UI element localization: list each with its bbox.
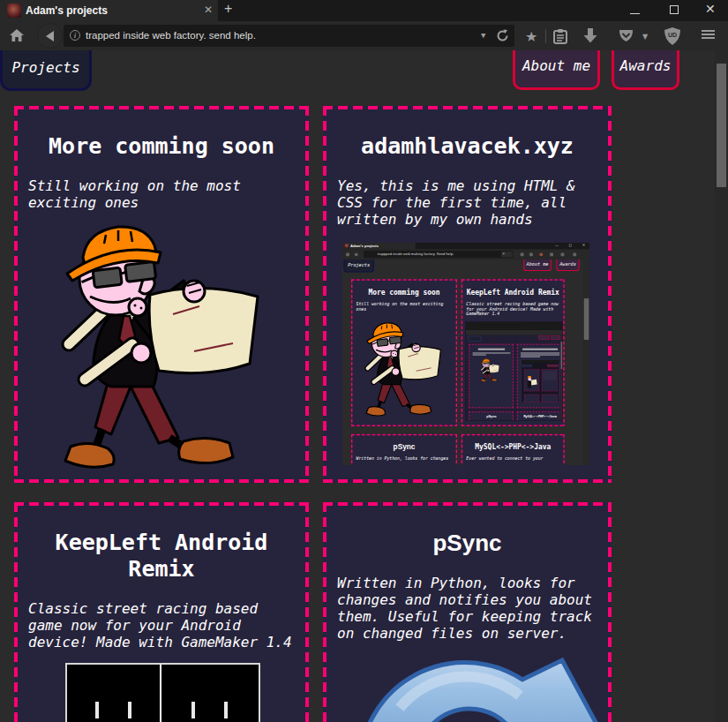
- scrollbar-thumb[interactable]: [717, 64, 726, 187]
- screenshot-nav-about-button: About me: [523, 259, 552, 271]
- game-lane-marking: [95, 702, 99, 718]
- home-icon[interactable]: [9, 27, 25, 43]
- inner-screenshot-card-title: pSync: [483, 415, 501, 417]
- screenshot-card-title: More comming soon: [354, 288, 454, 297]
- game-road-divider-line: [160, 665, 161, 722]
- card-keepleft: KeepLeft Android Remix Classic street ra…: [14, 502, 309, 722]
- screenshot-tab-favicon-icon: [344, 244, 349, 248]
- library-icon[interactable]: [553, 29, 567, 44]
- screenshot-card-body: Still working on the most exciting ones: [356, 301, 453, 312]
- browser-tab[interactable]: Adam's projects ✕: [0, 0, 218, 21]
- card-body: Still working on the most exciting ones: [28, 177, 295, 211]
- screenshot-card-title: KeepLeft Android Remix: [464, 288, 562, 297]
- screenshot-card-psync: pSync Written in Python, looks for chang…: [351, 434, 457, 465]
- toolbar-divider: [545, 29, 546, 43]
- screenshot-tab: Adam's projects: [342, 243, 416, 250]
- url-text: trapped inside web factory. send help.: [86, 30, 256, 41]
- screenshot-scrollbar-thumb: [584, 298, 589, 340]
- card-body: Yes, this is me using HTML & CSS for the…: [337, 177, 597, 228]
- screenshot-nav-awards-button: Awards: [556, 259, 579, 271]
- screenshot-tab-bar: Adam's projects ✕: [342, 243, 589, 250]
- site-info-icon[interactable]: i: [70, 30, 80, 41]
- tab-close-icon[interactable]: ✕: [204, 4, 213, 16]
- back-arrow-icon: [46, 31, 54, 41]
- card-adamhlavacek: adamhlavacek.xyz Yes, this is me using H…: [323, 106, 612, 483]
- pocket-icon[interactable]: [619, 29, 634, 43]
- browser-tab-bar: Adam's projects ✕ + ✕: [0, 0, 728, 21]
- window-maximize-button[interactable]: [670, 5, 679, 14]
- screenshot-toolbar: trappped inside web making factory. Send…: [342, 250, 589, 259]
- nav-about-button[interactable]: About me: [513, 50, 600, 90]
- card-psync: pSync Written in Python, looks for chang…: [323, 502, 612, 722]
- construction-worker-image: [60, 219, 265, 477]
- card-title: More comming soon: [21, 133, 302, 160]
- card-more-coming-soon: More comming soon Still working on the m…: [14, 106, 309, 483]
- screenshot-card-title: pSync: [354, 443, 454, 452]
- pocket-dropdown-icon[interactable]: ▼: [642, 33, 648, 41]
- card-title: pSync: [330, 530, 604, 557]
- game-screenshot-image: [65, 663, 260, 722]
- reload-icon[interactable]: [496, 29, 509, 42]
- card-body: Classic street racing based game now for…: [28, 600, 295, 651]
- browser-toolbar: i trapped inside web factory. send help.…: [0, 21, 728, 50]
- screenshot-card-body: Ever wanted to connect to your: [466, 456, 559, 462]
- shield-label: UD: [668, 32, 677, 38]
- scrollbar[interactable]: [715, 50, 728, 722]
- inner-screenshot-card-title: MySQL<->PHP<->Java: [522, 415, 558, 417]
- card-title: KeepLeft Android Remix: [21, 530, 302, 583]
- inner-screenshot-card-mysql: MySQL<->PHP<->Java: [517, 411, 562, 420]
- screenshot-page-content: Projects About me Awards More comming so…: [342, 259, 589, 465]
- game-lane-marking: [191, 702, 195, 718]
- tab-title: Adam's projects: [26, 4, 108, 17]
- card-title: adamhlavacek.xyz: [330, 133, 604, 160]
- screenshot-url-text: trappped inside web making factory. Send…: [378, 252, 454, 257]
- downloads-icon[interactable]: [583, 28, 597, 44]
- shield-icon[interactable]: UD: [664, 27, 680, 45]
- card-body: Written in Python, looks for changes and…: [337, 575, 597, 642]
- screenshot-scrollbar: [583, 259, 589, 465]
- menu-icon[interactable]: [702, 30, 715, 41]
- game-lane-marking: [224, 702, 228, 718]
- game-lane-marking: [128, 702, 131, 718]
- window-minimize-button[interactable]: [630, 13, 640, 14]
- nav-awards-button[interactable]: Awards: [612, 50, 679, 90]
- screenshot-nav-projects-button: Projects: [343, 259, 373, 272]
- website-screenshot-image: Adam's projects ✕ trappped inside web ma…: [342, 243, 589, 465]
- screenshot-tab-title: Adam's projects: [350, 244, 379, 248]
- screenshot-card-body: Classic street racing based game now for…: [466, 301, 559, 317]
- screenshot-card-mysql: MySQL<->PHP<->Java Ever wanted to connec…: [462, 434, 565, 465]
- window-close-button[interactable]: ✕: [705, 2, 716, 16]
- screenshot-card-more-coming-soon: More comming soon Still working on the m…: [351, 279, 457, 426]
- screenshot-card-body: Written in Python, looks for changes: [356, 456, 453, 462]
- inner-screenshot-card-psync: pSync: [469, 411, 513, 420]
- page-content: Projects About me Awards More comming so…: [0, 50, 728, 722]
- tab-favicon-icon: [7, 4, 21, 18]
- screenshot-card-keepleft: KeepLeft Android Remix Classic street ra…: [462, 279, 565, 426]
- url-bar[interactable]: i trapped inside web factory. send help.…: [64, 25, 514, 47]
- nav-projects-button[interactable]: Projects: [0, 50, 92, 91]
- screenshot-nested-screenshot-image: pSync MySQL<->PHP<->Java: [466, 322, 563, 421]
- sync-logo-image: [366, 653, 613, 722]
- back-button[interactable]: [37, 23, 63, 49]
- new-tab-button[interactable]: +: [224, 1, 232, 17]
- screenshot-construction-worker-image: [364, 320, 444, 420]
- bookmark-star-icon[interactable]: ★: [525, 28, 537, 45]
- screenshot-card-title: MySQL<->PHP<->Java: [464, 443, 562, 452]
- screenshot-url-bar: trappped inside web making factory. Send…: [364, 251, 513, 258]
- urlbar-dropdown-icon[interactable]: ▼: [481, 31, 485, 40]
